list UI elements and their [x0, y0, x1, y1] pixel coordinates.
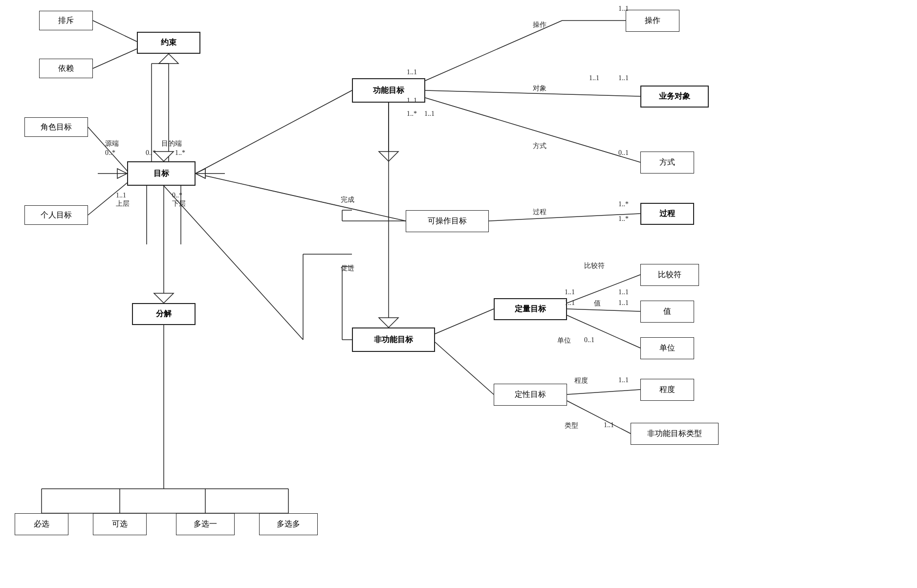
box-bijiaof: 比较符 [640, 264, 699, 286]
svg-line-27 [567, 309, 640, 311]
box-fenjie: 分解 [132, 303, 196, 325]
diagram-lines [0, 0, 917, 588]
label-leixing-rel: 类型 [565, 421, 578, 430]
label-wancheng: 完成 [341, 196, 354, 204]
label-xiajceng: 下层 [172, 199, 186, 208]
label-11-zhi3: 1..1 [618, 299, 629, 307]
svg-marker-38 [154, 293, 174, 303]
svg-line-24 [435, 309, 494, 334]
box-dingliang: 定量目标 [494, 298, 567, 320]
svg-marker-39 [117, 169, 127, 178]
svg-line-17 [425, 98, 640, 162]
svg-marker-36 [196, 169, 205, 178]
label-chengdu-rel: 程度 [574, 376, 588, 385]
label-11-gn: 1..1 [407, 68, 417, 76]
box-feigongneng: 非功能目标 [352, 327, 435, 352]
label-11-yw: 1..1 [589, 74, 599, 82]
svg-line-14 [425, 21, 562, 81]
svg-line-25 [435, 342, 494, 394]
label-yuanduan: 源端 [105, 139, 119, 148]
box-duoxuanyi: 多选一 [176, 513, 235, 535]
label-11-sj: 1..1 [116, 192, 126, 199]
label-1star-gc2: 1..* [618, 215, 629, 223]
label-guocheng-rel: 过程 [533, 208, 546, 217]
label-cujin: 促进 [341, 264, 354, 273]
label-0star1: 0..* [105, 149, 115, 157]
box-yilai: 依赖 [39, 59, 93, 78]
label-bijiaof-rel: 比较符 [584, 261, 605, 270]
svg-marker-32 [379, 152, 398, 161]
box-kexuan: 可选 [93, 513, 147, 535]
svg-line-29 [567, 390, 640, 394]
label-caozuo-rel: 操作 [533, 21, 546, 29]
label-11-lx: 1..1 [604, 421, 614, 429]
svg-marker-37 [379, 318, 398, 327]
box-duoxuanduo: 多选多 [259, 513, 318, 535]
svg-line-0 [93, 21, 137, 42]
box-guocheng: 过程 [640, 203, 694, 225]
label-mudiduan: 目的端 [161, 139, 182, 148]
label-11-gn3: 1..1 [424, 110, 435, 118]
svg-line-28 [567, 315, 640, 348]
label-duixiang-rel: 对象 [533, 84, 546, 93]
label-01-fs: 0..1 [618, 149, 629, 157]
box-yewu: 业务对象 [640, 86, 709, 108]
svg-line-13 [196, 90, 352, 174]
label-shangjceng: 上层 [116, 199, 130, 208]
label-zhi-rel: 值 [594, 299, 601, 308]
box-dingxing: 定性目标 [494, 384, 567, 406]
label-11-yw2: 1..1 [618, 74, 629, 82]
box-zhi: 值 [640, 301, 694, 323]
svg-line-26 [567, 275, 640, 303]
svg-marker-40 [196, 169, 205, 178]
box-yuese: 角色目标 [24, 117, 88, 137]
box-paichi: 排斥 [39, 11, 93, 30]
label-11-cd: 1..1 [618, 376, 629, 384]
box-leixing: 非功能目标类型 [631, 423, 719, 445]
box-chengdu: 程度 [640, 379, 694, 401]
svg-line-19 [489, 214, 640, 221]
label-0star-xj: 0..* [172, 192, 182, 199]
label-1star-gc: 1..* [618, 200, 629, 208]
label-11-zhi2: 1..1 [618, 288, 629, 296]
label-1star1: 1..* [175, 149, 185, 157]
label-01-dw: 0..1 [584, 336, 594, 344]
box-danwei: 单位 [640, 337, 694, 359]
label-11-caozuo-top: 1..1 [618, 5, 629, 13]
svg-marker-31 [159, 54, 178, 64]
box-geren: 个人目标 [24, 205, 88, 225]
label-fangshi-rel: 方式 [533, 142, 546, 151]
box-mubiao: 目标 [127, 161, 196, 186]
svg-marker-35 [154, 152, 174, 161]
box-caozuo: 操作 [626, 10, 679, 32]
label-1star-gn: 1..* [407, 110, 417, 118]
box-bixuan: 必选 [15, 513, 68, 535]
box-yueshu: 约束 [137, 32, 200, 54]
label-11-zhi: 1..1 [565, 299, 575, 307]
box-fangshi: 方式 [640, 152, 694, 174]
label-0star2: 0..* [146, 149, 156, 157]
label-11-gn2: 1..1 [407, 97, 417, 105]
svg-line-1 [93, 49, 137, 68]
label-11-bjf: 1..1 [565, 288, 575, 296]
box-kecaozuo: 可操作目标 [406, 210, 489, 232]
svg-line-18 [196, 174, 406, 221]
label-danwei-rel: 单位 [557, 336, 571, 345]
diagram: 排斥 依赖 角色目标 个人目标 约束 目标 分解 必选 可选 多选一 多选多 功… [0, 0, 917, 588]
